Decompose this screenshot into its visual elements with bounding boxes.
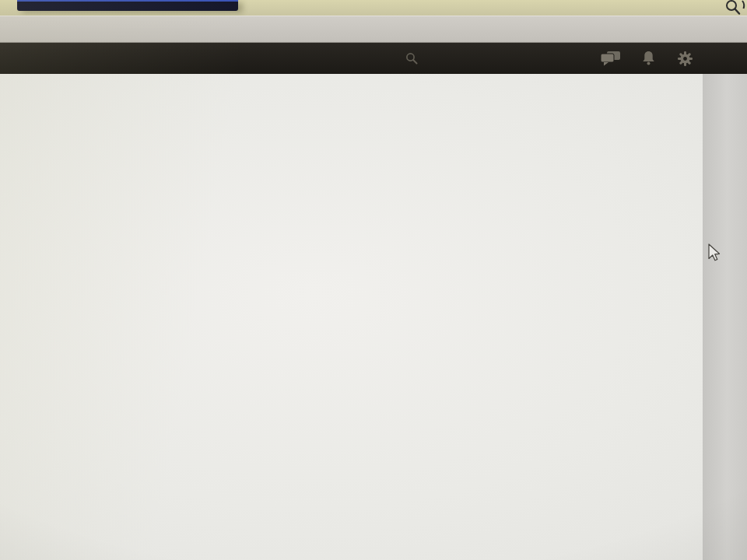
bell-icon bbox=[641, 50, 656, 67]
bookmarks-bar bbox=[0, 16, 747, 43]
settings-button[interactable] bbox=[676, 43, 694, 74]
messages-button[interactable] bbox=[600, 43, 622, 74]
window-top-strip bbox=[0, 0, 747, 16]
site-navbar bbox=[0, 43, 747, 74]
search-box[interactable] bbox=[405, 43, 424, 74]
magnifier-icon bbox=[721, 0, 747, 16]
mouse-cursor bbox=[707, 243, 722, 264]
screen-photo bbox=[0, 0, 747, 560]
browser-window-frame bbox=[17, 0, 238, 11]
messages-icon bbox=[600, 50, 622, 67]
cad-drawing bbox=[0, 0, 747, 560]
notifications-button[interactable] bbox=[641, 43, 656, 74]
search-icon bbox=[405, 52, 419, 65]
gear-icon bbox=[676, 50, 694, 68]
